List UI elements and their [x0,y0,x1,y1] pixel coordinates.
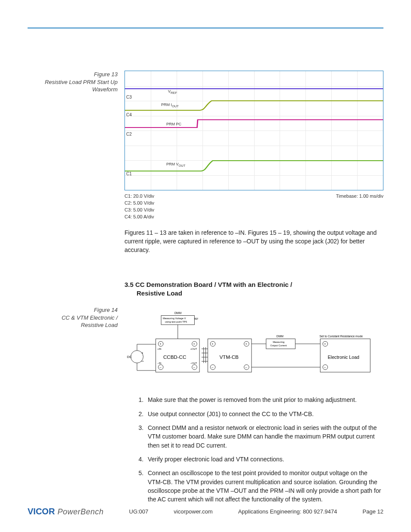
top-rule [28,28,383,28]
fig14-diagram: DC + – CCBD-CC + + – – +IN +OUT –IN –OUT [125,309,374,384]
c4-name: PRM IOUT [161,102,179,109]
fig13-channel-scales: C1: 20.0 V/div C2: 5.00 V/div C3: 5.00 V… [125,193,154,221]
step-1: Make sure that the power is removed from… [145,395,383,404]
svg-text:+: + [141,351,143,355]
svg-text:+: + [324,342,326,346]
fig14-caption-line2: CC & VTM Electronic / [62,314,118,321]
fig14-caption-line1: Figure 14 [94,307,118,313]
svg-text:+: + [193,342,196,346]
step-2: Use output connector (J01) to connect th… [145,410,383,418]
dmm2-l2: Output Current [270,344,287,347]
c3-scale: C3: 5.00 V/div [125,207,154,214]
sect-num: 3.5 [125,281,134,288]
fig14-main: DC + – CCBD-CC + + – – +IN +OUT –IN –OUT [125,306,383,509]
svg-text:+: + [159,342,162,346]
sect-line1: CC Demonstration Board / VTM with an Ele… [135,281,292,288]
mode-note: Set to Constant Resistance mode [319,335,363,338]
svg-text:REF: REF [194,318,198,320]
vtm-label: VTM-CB [219,354,239,360]
svg-text:–IN: –IN [157,362,161,364]
c4-scale: C4: 5.00 A/div [125,214,154,221]
dmm1-title: DMM [174,311,181,314]
step-3: Connect DMM and a resistor network or el… [145,423,383,450]
logo-vicor: VICOR [28,507,55,516]
logo: VICOR PowerBench [28,507,103,516]
svg-text:–OUT: –OUT [190,362,197,364]
c2-name: PRM PC [166,121,181,127]
fig13-meta: C1: 20.0 V/div C2: 5.00 V/div C3: 5.00 V… [125,193,383,221]
fig14-caption: Figure 14 CC & VTM Electronic / Resistiv… [28,306,118,329]
fig13-caption: Figure 13 Resistive Load PRM Start Up Wa… [28,71,118,93]
fig13-caption-line1: Figure 13 [94,71,118,78]
fig13-caption-line2: Resistive Load PRM Start Up [45,79,118,85]
svg-text:–: – [141,358,144,363]
c2-scale: C2: 5.00 V/div [125,200,154,207]
steps-list: Make sure that the power is removed from… [125,395,383,504]
svg-text:–: – [245,365,247,369]
eload-label: Electronic Load [328,355,359,360]
svg-text:+IN: +IN [157,348,161,350]
c1-name: PRM VOUT [166,162,185,168]
svg-text:–: – [212,365,214,369]
fig14-caption-line3: Resistive Load [81,322,118,328]
para-after-fig13: Figures 11 – 13 are taken in reference t… [125,228,383,255]
fig14-caption-col: Figure 14 CC & VTM Electronic / Resistiv… [28,306,125,509]
svg-text:–: – [324,365,326,369]
dc-label: DC [127,355,132,359]
fig13-timebase: Timebase: 1.00 ms/div [336,193,383,221]
svg-text:+: + [245,342,247,346]
c2-label: C2 [125,131,132,138]
fig13-scope: C3 VREF C4 PRM IOUT C2 PRM PC C1 PRM VOU… [125,71,383,190]
dmm1-l1: Measuring Voltage V [163,317,186,320]
footer-contact: Applications Engineering: 800 927.9474 [238,508,337,515]
fig13-main: C3 VREF C4 PRM IOUT C2 PRM PC C1 PRM VOU… [125,71,383,301]
c1-scale: C1: 20.0 V/div [125,193,154,200]
dmm2-l1: Measuring [273,341,284,343]
dmm2-title: DMM [277,335,283,338]
figure13-row: Figure 13 Resistive Load PRM Start Up Wa… [28,71,383,301]
footer: VICOR PowerBench UG:007 vicorpower.com A… [28,507,383,516]
fig13-svg [125,71,383,190]
c4-label: C4 [125,112,132,118]
sect-line2: Resistive Load [125,289,383,298]
section-heading: 3.5 CC Demonstration Board / VTM with an… [125,280,383,298]
svg-text:+: + [212,342,214,346]
page: Figure 13 Resistive Load PRM Start Up Wa… [0,0,411,532]
svg-text:+OUT: +OUT [190,348,197,350]
step-4: Verify proper electronic load and VTM co… [145,455,383,464]
svg-text:–: – [193,365,196,369]
fig13-caption-line3: Waveform [92,86,118,93]
logo-pb: PowerBench [57,507,103,516]
dmm1-l2: using test point TP5 [165,320,187,323]
ccbd-label: CCBD-CC [163,354,186,360]
c1-label: C1 [125,171,132,177]
footer-doccode: UG:007 [129,508,149,515]
footer-page: Page 12 [363,508,383,515]
c3-name: VREF [168,89,177,96]
footer-site: vicorpower.com [174,508,212,515]
fig13-caption-col: Figure 13 Resistive Load PRM Start Up Wa… [28,71,125,301]
c3-label: C3 [125,94,132,101]
step-5: Connect an oscilloscope to the test poin… [145,469,383,504]
figure14-row: Figure 14 CC & VTM Electronic / Resistiv… [28,306,383,509]
svg-text:–: – [159,365,162,369]
